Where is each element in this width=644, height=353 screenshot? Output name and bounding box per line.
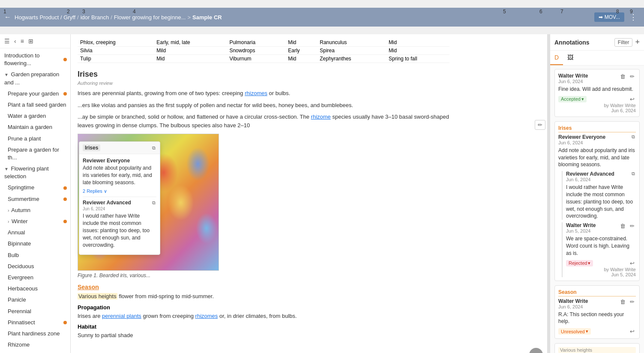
sidebar-item-herbaceous[interactable]: Herbaceous bbox=[0, 283, 70, 294]
back-button[interactable]: ← bbox=[4, 13, 11, 21]
ann1-reply-button[interactable]: ↩ bbox=[629, 96, 636, 103]
sidebar-item-plant-fall[interactable]: Plant a fall seed garden bbox=[0, 99, 70, 111]
ann3-status[interactable]: Unresolved ▾ bbox=[558, 328, 591, 335]
sidebar-content: Introduction to flowering... ▼ Garden pr… bbox=[0, 48, 70, 353]
sidebar-item-bulb[interactable]: Bulb bbox=[0, 250, 70, 261]
ann1-edit-button[interactable]: ✏ bbox=[629, 73, 636, 80]
popup-reply-copy-button[interactable]: ⧉ bbox=[151, 200, 156, 206]
sidebar-menu-button[interactable]: ☰ bbox=[3, 37, 11, 45]
ann2-reply1-date: Jun 6, 2024 bbox=[566, 177, 636, 182]
ann2-reply2-status[interactable]: Rejected ▾ bbox=[566, 260, 593, 266]
ann2-reply2-by-date: Jun 5, 2024 bbox=[566, 272, 636, 277]
section-title-irises: Irises bbox=[78, 70, 449, 79]
ann3-author: Walter Write bbox=[558, 298, 588, 304]
move-label: MOV... bbox=[605, 14, 620, 20]
sidebar-item-perennial[interactable]: Perennial bbox=[0, 306, 70, 317]
sidebar-item-hardiness[interactable]: Plant hardiness zone bbox=[0, 328, 70, 339]
annotations-title: Annotations bbox=[554, 39, 612, 46]
sidebar-item-garden-prep[interactable]: ▼ Garden preparation and ... bbox=[0, 69, 70, 88]
ann1-date: Jun 6, 2024 bbox=[558, 79, 588, 84]
sidebar-item-deciduous[interactable]: Deciduous bbox=[0, 261, 70, 272]
scroll-to-top-button[interactable]: ↑ bbox=[529, 348, 543, 353]
popup-replies-toggle[interactable]: 2 Replies ∨ bbox=[83, 188, 156, 194]
sidebar-item-prepare[interactable]: Prepare your garden bbox=[0, 88, 70, 99]
sidebar-item-flowering[interactable]: ▼ Flowering plant selection bbox=[0, 163, 70, 182]
sidebar-item-evergreen[interactable]: Evergreen bbox=[0, 272, 70, 283]
ann3-edit-button[interactable]: ✏ bbox=[629, 298, 636, 305]
authoring-note: Authoring review bbox=[78, 81, 449, 86]
sidebar-item-springtime[interactable]: Springtime bbox=[0, 182, 70, 193]
breadcrumb-part2[interactable]: idor Branch bbox=[81, 14, 109, 21]
add-annotation-button[interactable]: + bbox=[635, 38, 640, 47]
season-heading: Season bbox=[78, 284, 449, 290]
sidebar-collapse-button[interactable]: ‹ bbox=[13, 37, 17, 45]
sidebar-item-pinnatisect[interactable]: Pinnatisect bbox=[0, 317, 70, 328]
sidebar-item-winter[interactable]: › Winter bbox=[0, 216, 70, 227]
breadcrumb-sep1: / bbox=[77, 14, 79, 21]
rhizome-link[interactable]: rhizomes bbox=[245, 90, 267, 96]
rhizome-link2[interactable]: rhizome bbox=[311, 114, 331, 120]
sidebar-indent-button[interactable]: ⊞ bbox=[27, 37, 34, 45]
annotation-card-2: Irises Reviewer Everyone Jun 6, 2024 ⧉ A… bbox=[554, 121, 640, 281]
ann2-reply2-author: Walter Write bbox=[566, 222, 596, 228]
sidebar-item-annual[interactable]: Annual bbox=[0, 227, 70, 238]
annotation-card-3: Season Walter Write Jun 6, 2024 🗑 ✏ R.A:… bbox=[554, 285, 640, 339]
dot-indicator bbox=[63, 220, 67, 223]
popup-reply: Reviewer Advanced ⧉ Jun 6, 2024 I would … bbox=[83, 197, 156, 248]
sidebar-item-introduction[interactable]: Introduction to flowering... bbox=[0, 50, 70, 69]
rhizome-link3[interactable]: rhizomes bbox=[195, 313, 218, 319]
propagation-paragraph: Irises are perennial plants grown from c… bbox=[78, 312, 449, 320]
ann3-actions: 🗑 ✏ bbox=[619, 298, 636, 305]
right-panel-scroll[interactable]: Walter Write Jun 6, 2024 🗑 ✏ Fine idea. … bbox=[550, 66, 644, 353]
sidebar-item-autumn[interactable]: › Autumn bbox=[0, 205, 70, 216]
ann2-reply2-delete-button[interactable]: 🗑 bbox=[619, 222, 627, 230]
annotation-popup: Irises ⧉ Reviewer Everyone Add note abou… bbox=[79, 141, 160, 255]
sidebar-item-sepal[interactable]: Sepal bbox=[0, 350, 70, 353]
ann1-status[interactable]: Accepted ▾ bbox=[558, 96, 587, 102]
ann2-reply2-edit-button[interactable]: ✏ bbox=[629, 222, 636, 230]
tab-image[interactable]: 🖼 bbox=[563, 51, 578, 65]
sidebar-item-prune[interactable]: Prune a plant bbox=[0, 133, 70, 144]
ann3-reply-button[interactable]: ↩ bbox=[629, 328, 636, 335]
ann2-author: Reviewer Everyone bbox=[558, 134, 605, 140]
vertical-scrollbar[interactable] bbox=[547, 34, 550, 353]
top-bar-actions: ➡ MOV... ⋮ bbox=[594, 12, 640, 23]
arrow-icon: › bbox=[8, 208, 9, 213]
filter-button[interactable]: Filter bbox=[614, 38, 633, 47]
ann1-by: by Walter Write bbox=[558, 103, 636, 108]
ann2-reply2: Walter Write Jun 5, 2024 🗑 ✏ We are spac… bbox=[562, 222, 636, 277]
sidebar-item-panicle[interactable]: Panicle bbox=[0, 294, 70, 305]
sidebar-list-button[interactable]: ≡ bbox=[20, 37, 25, 45]
ann2-reply1-copy-button[interactable]: ⧉ bbox=[631, 171, 636, 176]
annotation-card-4: Various heights Reviewer Everyone Jun 6,… bbox=[554, 343, 640, 353]
edit-button[interactable]: ✏ bbox=[535, 120, 545, 130]
sidebar-item-summertime[interactable]: Summertime bbox=[0, 194, 70, 205]
popup-anchor-title: Irises bbox=[83, 144, 100, 151]
breadcrumb-part3[interactable]: Flower growing for beginne... bbox=[114, 14, 186, 21]
sidebar-item-maintain[interactable]: Maintain a garden bbox=[0, 122, 70, 133]
left-sidebar: ☰ ‹ ≡ ⊞ Introduction to flowering... ▼ G… bbox=[0, 34, 71, 353]
popup-copy-button[interactable]: ⧉ bbox=[151, 145, 156, 151]
ann1-author: Walter Write bbox=[558, 73, 588, 79]
more-button[interactable]: ⋮ bbox=[627, 12, 640, 23]
ann1-delete-button[interactable]: 🗑 bbox=[619, 73, 627, 80]
popup-reviewer: Reviewer Everyone bbox=[83, 158, 156, 164]
sidebar-item-bipinnate[interactable]: Bipinnate bbox=[0, 238, 70, 249]
sidebar-item-prepare-for[interactable]: Prepare a garden for th... bbox=[0, 144, 70, 163]
move-button[interactable]: ➡ MOV... bbox=[594, 12, 624, 22]
sidebar-item-water[interactable]: Water a garden bbox=[0, 111, 70, 122]
breadcrumb-part1[interactable]: Hogwarts Product / Gryff bbox=[15, 14, 75, 21]
sidebar-item-rhizome[interactable]: Rhizome bbox=[0, 339, 70, 350]
ann2-reply-button[interactable]: ↩ bbox=[629, 260, 636, 267]
propagation-heading: Propagation bbox=[78, 304, 449, 311]
breadcrumb-sep3: > bbox=[187, 14, 191, 21]
popup-header: Irises ⧉ bbox=[79, 142, 160, 154]
sidebar-toolbar: ☰ ‹ ≡ ⊞ bbox=[0, 34, 70, 48]
right-panel: Annotations Filter + D 🖼 Walter Write bbox=[550, 34, 644, 353]
popup-reply-text: I would rather have Write include the mo… bbox=[83, 212, 156, 248]
tab-document[interactable]: D bbox=[550, 51, 563, 65]
dot-indicator bbox=[63, 197, 67, 201]
ann3-delete-button[interactable]: 🗑 bbox=[619, 298, 627, 305]
ann2-copy-button[interactable]: ⧉ bbox=[631, 134, 636, 140]
perennial-link[interactable]: perennial plants bbox=[102, 313, 141, 319]
